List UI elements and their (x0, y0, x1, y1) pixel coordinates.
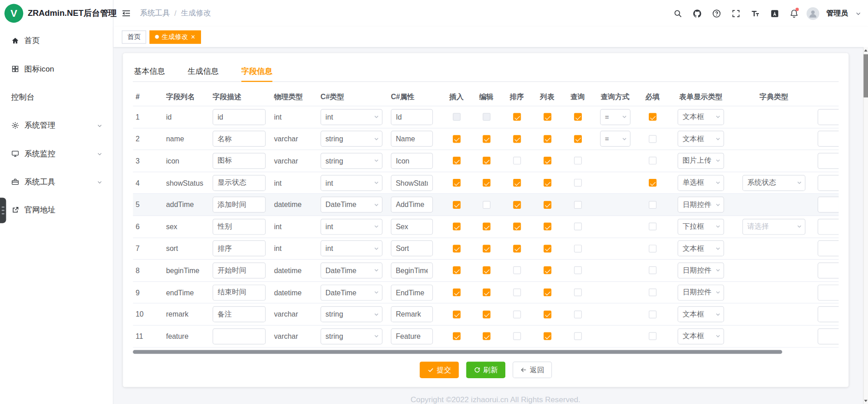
required-checkbox[interactable] (648, 179, 656, 187)
description-input[interactable] (212, 284, 265, 300)
csharp-property-input[interactable] (391, 153, 433, 168)
required-checkbox[interactable] (648, 332, 656, 340)
scroll-up-arrow[interactable] (863, 47, 868, 54)
sort-checkbox[interactable] (513, 289, 521, 296)
close-icon[interactable]: × (191, 33, 195, 40)
extra-field-input[interactable] (818, 262, 839, 278)
insert-checkbox[interactable] (452, 135, 460, 143)
sidebar-item-system-manage[interactable]: 系统管理 (0, 111, 113, 139)
insert-checkbox[interactable] (452, 179, 460, 187)
csharp-property-input[interactable] (391, 175, 433, 191)
required-checkbox[interactable] (648, 245, 656, 252)
insert-checkbox[interactable] (452, 332, 460, 340)
edit-checkbox[interactable] (482, 157, 490, 165)
sort-checkbox[interactable] (513, 157, 521, 165)
display-type-select[interactable]: 日期控件 (677, 197, 724, 212)
description-input[interactable] (212, 219, 265, 235)
description-input[interactable] (212, 328, 265, 344)
list-checkbox[interactable] (543, 201, 551, 208)
fullscreen-icon[interactable] (730, 8, 741, 19)
display-type-select[interactable]: 日期控件 (677, 262, 724, 278)
description-input[interactable] (212, 131, 265, 147)
display-type-select[interactable]: 文本框 (677, 306, 724, 322)
display-type-select[interactable]: 文本框 (677, 131, 724, 147)
edit-checkbox[interactable] (482, 179, 490, 187)
edit-checkbox[interactable] (482, 201, 490, 208)
query-checkbox[interactable] (574, 201, 581, 208)
extra-field-input[interactable] (818, 284, 839, 300)
extra-field-input[interactable] (818, 197, 839, 212)
help-icon[interactable] (711, 8, 722, 19)
sidebar-item-system-monitor[interactable]: 系统监控 (0, 139, 113, 168)
font-size-icon[interactable] (749, 8, 760, 19)
edit-checkbox[interactable] (482, 267, 490, 274)
display-type-select[interactable]: 图片上传 (677, 153, 724, 168)
sidebar-drag-handle[interactable] (0, 197, 6, 223)
csharp-type-select[interactable]: int (321, 219, 383, 235)
query-checkbox[interactable] (574, 113, 581, 121)
insert-checkbox[interactable] (452, 245, 460, 252)
sidebar-item-website[interactable]: 官网地址 (0, 196, 113, 224)
csharp-property-input[interactable] (391, 109, 433, 125)
query-type-select[interactable]: = (600, 131, 630, 147)
tag-active[interactable]: 生成修改× (149, 30, 201, 43)
extra-field-input[interactable] (818, 109, 839, 125)
sidebar-fold-icon[interactable] (121, 8, 132, 19)
extra-field-input[interactable] (818, 175, 839, 191)
query-checkbox[interactable] (574, 310, 581, 318)
csharp-property-input[interactable] (391, 328, 433, 344)
breadcrumb-item-system-tools[interactable]: 系统工具 (140, 8, 170, 18)
csharp-property-input[interactable] (391, 262, 433, 278)
extra-field-input[interactable] (818, 131, 839, 147)
sort-checkbox[interactable] (513, 332, 521, 340)
list-checkbox[interactable] (543, 332, 551, 340)
extra-field-input[interactable] (818, 240, 839, 256)
csharp-type-select[interactable]: DateTime (321, 197, 383, 212)
required-checkbox[interactable] (648, 157, 656, 165)
vertical-scrollbar[interactable] (863, 47, 868, 404)
list-checkbox[interactable] (543, 179, 551, 187)
edit-checkbox[interactable] (482, 289, 490, 296)
query-checkbox[interactable] (574, 332, 581, 340)
display-type-select[interactable]: 下拉框 (677, 219, 724, 235)
dict-type-select[interactable]: 请选择 (742, 219, 805, 235)
edit-checkbox[interactable] (482, 245, 490, 252)
vertical-scrollbar-thumb[interactable] (863, 54, 868, 97)
tab-0[interactable]: 基本信息 (134, 61, 165, 81)
extra-field-input[interactable] (818, 306, 839, 322)
bell-icon[interactable] (788, 8, 799, 19)
refresh-button[interactable]: 刷新 (466, 361, 505, 378)
required-checkbox[interactable] (648, 113, 656, 121)
csharp-type-select[interactable]: string (321, 306, 383, 322)
insert-checkbox[interactable] (452, 289, 460, 296)
language-icon[interactable] (769, 8, 780, 19)
insert-checkbox[interactable] (452, 201, 460, 208)
edit-checkbox[interactable] (482, 310, 490, 318)
display-type-select[interactable]: 文本框 (677, 240, 724, 256)
csharp-type-select[interactable]: int (321, 109, 383, 125)
extra-field-input[interactable] (818, 219, 839, 235)
list-checkbox[interactable] (543, 157, 551, 165)
tab-2[interactable]: 字段信息 (241, 61, 272, 81)
horizontal-scrollbar[interactable] (133, 350, 839, 354)
required-checkbox[interactable] (648, 310, 656, 318)
csharp-property-input[interactable] (391, 240, 433, 256)
sort-checkbox[interactable] (513, 223, 521, 231)
csharp-property-input[interactable] (391, 284, 433, 300)
csharp-property-input[interactable] (391, 131, 433, 147)
description-input[interactable] (212, 262, 265, 278)
sort-checkbox[interactable] (513, 310, 521, 318)
horizontal-scrollbar-thumb[interactable] (133, 350, 782, 354)
edit-checkbox[interactable] (482, 223, 490, 231)
sidebar-item-system-tools[interactable]: 系统工具 (0, 168, 113, 196)
sort-checkbox[interactable] (513, 113, 521, 121)
query-checkbox[interactable] (574, 289, 581, 296)
required-checkbox[interactable] (648, 223, 656, 231)
display-type-select[interactable]: 文本框 (677, 109, 724, 125)
sort-checkbox[interactable] (513, 267, 521, 274)
csharp-property-input[interactable] (391, 219, 433, 235)
required-checkbox[interactable] (648, 289, 656, 296)
csharp-type-select[interactable]: string (321, 131, 383, 147)
description-input[interactable] (212, 197, 265, 212)
csharp-type-select[interactable]: int (321, 175, 383, 191)
